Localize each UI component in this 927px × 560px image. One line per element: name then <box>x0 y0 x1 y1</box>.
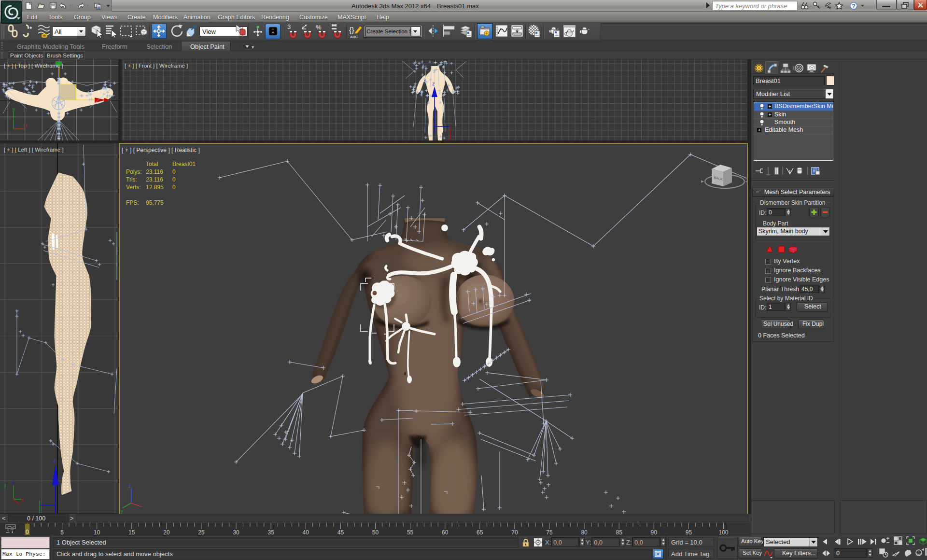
svg-text:0: 0 <box>172 176 176 183</box>
svg-text:23.116: 23.116 <box>146 168 163 175</box>
svg-text:FPS:: FPS: <box>126 199 139 206</box>
svg-text:Total: Total <box>146 161 158 168</box>
svg-text:0: 0 <box>172 184 176 191</box>
svg-text:Breast01: Breast01 <box>172 161 196 168</box>
svg-text:0: 0 <box>172 168 176 175</box>
svg-text:23.116: 23.116 <box>146 176 163 183</box>
svg-text:12.895: 12.895 <box>146 184 164 191</box>
svg-text:Verts:: Verts: <box>126 184 141 191</box>
svg-text:[ + ] [ Perspective ] [ Realis: [ + ] [ Perspective ] [ Realistic ] <box>122 147 200 154</box>
svg-text:z: z <box>128 483 131 489</box>
svg-text:95,775: 95,775 <box>146 199 164 206</box>
svg-text:y: y <box>121 508 123 514</box>
svg-text:Polys:: Polys: <box>126 168 142 175</box>
svg-text:Tris:: Tris: <box>126 176 137 183</box>
